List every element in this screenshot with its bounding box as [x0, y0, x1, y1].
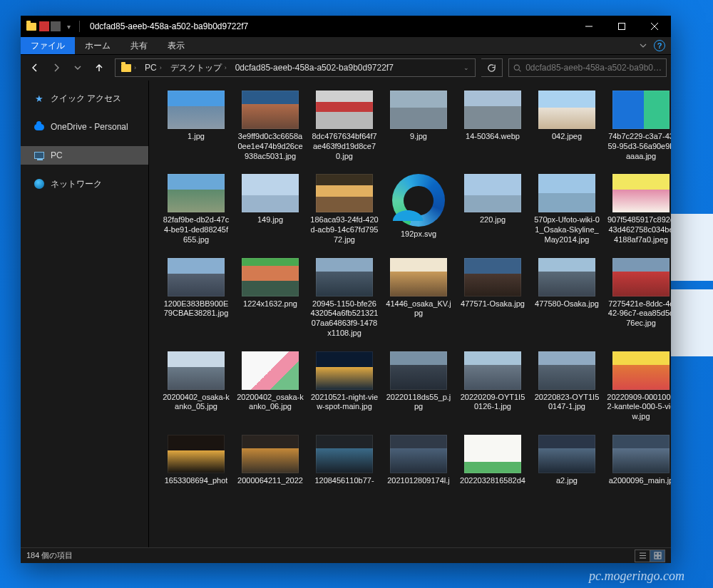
svg-rect-5 [658, 556, 661, 559]
maximize-button[interactable] [605, 16, 638, 37]
file-name-label: 20220909-00010002-kantele-000-5-view.jpg [607, 393, 671, 422]
back-button[interactable] [25, 58, 45, 78]
file-item[interactable]: 8dc4767634bf64f7ae463f9d19d8ce70.jpg [310, 91, 379, 161]
qat-icon-1[interactable] [39, 21, 49, 31]
file-item[interactable]: 20220823-OYT1I50147-1.jpg [533, 351, 601, 422]
file-item[interactable]: 570px-Ufoto-wiki-01_Osaka-Skyline_May201… [533, 174, 601, 244]
qat-icon-2[interactable] [51, 21, 61, 31]
sidebar-item-onedrive[interactable]: OneDrive - Personal [21, 118, 148, 136]
refresh-button[interactable] [481, 58, 503, 77]
file-name-label: 2021012809174l.j [387, 476, 449, 486]
file-item[interactable]: 477571-Osaka.jpg [458, 258, 527, 339]
breadcrumb-desktop[interactable]: デスクトップ› [166, 59, 231, 76]
svg-rect-0 [619, 24, 625, 30]
sidebar-item-quick-access[interactable]: ★ クイック アクセス [21, 89, 148, 108]
file-item[interactable]: 1224x1632.png [236, 258, 304, 339]
file-thumbnail [464, 435, 521, 473]
file-name-label: 1208456110b77- [314, 476, 374, 486]
search-box[interactable]: 0dcfad85-aeeb-458a-a502-ba9b0d9722... [508, 58, 667, 77]
file-item[interactable]: 192px.svg [384, 174, 453, 244]
edge-icon [392, 174, 445, 227]
address-dropdown-icon[interactable]: ⌄ [459, 64, 473, 71]
close-button[interactable] [638, 16, 671, 37]
file-name-label: 186aca93-24fd-420d-acb9-14c67fd79572.jpg [310, 215, 379, 244]
file-item[interactable]: 7275421e-8ddc-4c42-96c7-eaa85d5d76ec.jpg [607, 258, 671, 339]
help-button[interactable]: ? [654, 40, 665, 51]
file-grid: 1.jpg3e9ff9d0c3c6658a0ee1e474b9d26ce938a… [162, 91, 667, 486]
file-item[interactable]: 1208456110b77- [310, 435, 379, 486]
search-placeholder: 0dcfad85-aeeb-458a-a502-ba9b0d9722... [525, 63, 662, 73]
file-item[interactable]: a2000096_main.jp [607, 435, 671, 486]
qat-dropdown-icon[interactable]: ▾ [62, 20, 75, 33]
file-thumbnail [538, 174, 595, 212]
file-thumbnail [168, 258, 225, 296]
file-item[interactable]: 477580-Osaka.jpg [533, 258, 601, 339]
search-icon [513, 63, 521, 73]
file-item[interactable]: 220.jpg [458, 174, 527, 244]
file-name-label: 3e9ff9d0c3c6658a0ee1e474b9d26ce938ac5031… [236, 132, 304, 161]
sidebar-item-network[interactable]: ネットワーク [21, 175, 148, 193]
file-item[interactable]: 20210521-night-view-spot-main.jpg [310, 351, 379, 422]
file-name-label: 1200E383BB900E79CBAE38281.jpg [162, 299, 230, 319]
file-item[interactable]: 1200E383BB900E79CBAE38281.jpg [162, 258, 230, 339]
file-thumbnail [316, 174, 373, 212]
file-item[interactable]: 74b7c229-c3a7-4359-95d3-56a90e9baaaa.jpg [607, 91, 671, 161]
forward-button[interactable] [46, 58, 66, 78]
file-item[interactable]: 1.jpg [162, 91, 230, 161]
file-item[interactable]: 2021012809174l.j [384, 435, 453, 486]
file-thumbnail [242, 258, 299, 296]
file-item[interactable]: 3e9ff9d0c3c6658a0ee1e474b9d26ce938ac5031… [236, 91, 304, 161]
file-name-label: 192px.svg [401, 229, 436, 239]
file-thumbnail [390, 435, 447, 473]
file-name-label: 2022032816582d4 [460, 476, 525, 486]
file-item[interactable]: 042.jpeg [533, 91, 601, 161]
file-item[interactable]: 41446_osaka_KV.jpg [384, 258, 453, 339]
file-thumbnail [168, 351, 225, 390]
file-item[interactable]: 20200402_osaka-kanko_05.jpg [162, 351, 230, 422]
tab-view[interactable]: 表示 [158, 37, 195, 54]
file-item[interactable]: 20945-1150-bfe26432054a6fb52132107aa6486… [310, 258, 379, 339]
file-thumbnail [168, 91, 225, 129]
ribbon-expand-button[interactable] [632, 37, 654, 54]
file-item[interactable]: 2022032816582d4 [458, 435, 527, 486]
recent-locations-button[interactable] [68, 58, 88, 78]
file-item[interactable]: a2.jpg [533, 435, 601, 486]
file-item[interactable]: 907f5485917c892d43d462758c034be4188af7a0… [607, 174, 671, 244]
navigation-pane: ★ クイック アクセス OneDrive - Personal PC ネットワー… [21, 81, 149, 547]
file-name-label: 14-50364.webp [466, 132, 520, 142]
file-thumbnail [316, 435, 373, 473]
minimize-button[interactable] [573, 16, 605, 37]
svg-rect-2 [655, 552, 657, 555]
file-item[interactable]: 20200402_osaka-kanko_06.jpg [236, 351, 304, 422]
file-list-pane[interactable]: 1.jpg3e9ff9d0c3c6658a0ee1e474b9d26ce938a… [149, 81, 671, 547]
file-item[interactable]: 82faf9be-db2d-47c4-be91-ded88245f655.jpg [162, 174, 230, 244]
file-item[interactable]: 20220209-OYT1I50126-1.jpg [458, 351, 527, 422]
file-thumbnail [316, 258, 373, 296]
file-thumbnail [538, 435, 595, 473]
file-item[interactable]: 186aca93-24fd-420d-acb9-14c67fd79572.jpg [310, 174, 379, 244]
breadcrumb-pc[interactable]: PC› [140, 59, 166, 76]
file-thumbnail [316, 91, 373, 129]
file-item[interactable]: 149.jpg [236, 174, 304, 244]
file-item[interactable]: 9.jpg [384, 91, 453, 161]
address-bar[interactable]: › PC› デスクトップ› 0dcfad85-aeeb-458a-a502-ba… [115, 58, 476, 77]
tab-file[interactable]: ファイル [21, 37, 75, 54]
sidebar-item-pc[interactable]: PC [21, 146, 148, 165]
file-item[interactable]: 2000064211_2022 [236, 435, 304, 486]
view-details-button[interactable] [635, 550, 650, 562]
file-name-label: 8dc4767634bf64f7ae463f9d19d8ce70.jpg [310, 132, 379, 161]
file-item[interactable]: 20220118ds55_p.jpg [384, 351, 453, 422]
file-thumbnail [538, 351, 595, 390]
tab-share[interactable]: 共有 [120, 37, 158, 54]
up-button[interactable] [89, 58, 109, 78]
file-thumbnail [168, 435, 225, 473]
tab-home[interactable]: ホーム [75, 37, 120, 54]
file-item[interactable]: 14-50364.webp [458, 91, 527, 161]
navigation-bar: › PC› デスクトップ› 0dcfad85-aeeb-458a-a502-ba… [21, 55, 671, 81]
file-thumbnail [242, 174, 299, 212]
file-name-label: 20200402_osaka-kanko_06.jpg [236, 393, 304, 413]
file-item[interactable]: 20220909-00010002-kantele-000-5-view.jpg [607, 351, 671, 422]
view-thumbnails-button[interactable] [650, 550, 665, 562]
breadcrumb-folder[interactable]: 0dcfad85-aeeb-458a-a502-ba9b0d9722f7 [231, 59, 398, 76]
file-item[interactable]: 1653308694_phot [162, 435, 230, 486]
